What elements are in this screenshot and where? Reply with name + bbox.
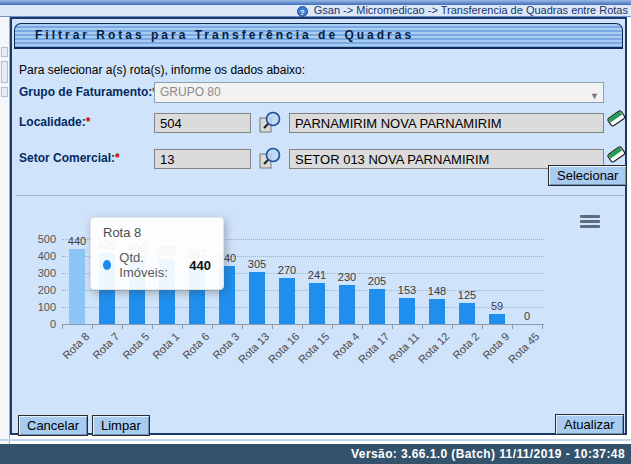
search-icon[interactable] [258,145,284,171]
help-icon[interactable]: ? [297,6,308,17]
cancelar-button[interactable]: Cancelar [18,415,88,436]
chart-menu-icon[interactable] [580,215,600,229]
left-frame-segment [1,47,8,57]
x-axis-tickmark [512,325,513,329]
x-axis-tickmark [272,325,273,329]
tooltip-value: 440 [189,258,211,273]
bar-rota-13[interactable] [249,272,265,324]
localidade-name-field[interactable] [289,113,604,133]
x-axis-tickmark [542,325,543,329]
tooltip-title: Rota 8 [91,218,223,244]
x-axis-tickmark [452,325,453,329]
y-axis-tick: 400 [12,250,56,262]
bar-rota-15[interactable] [309,283,325,324]
selecionar-button[interactable]: Selecionar [548,165,627,186]
required-marker: * [115,151,120,165]
y-axis-tick: 500 [12,233,56,245]
bar-rota-17[interactable] [369,289,385,324]
bar-rota-16[interactable] [279,278,295,324]
x-axis-tickmark [62,325,63,329]
y-axis-tick: 0 [12,318,56,330]
x-axis-tickmark [182,325,183,329]
x-axis-tickmark [242,325,243,329]
x-axis-tickmark [392,325,393,329]
footer-bar: Versão: 3.66.1.0 (Batch) 11/11/2019 - 10… [0,444,631,464]
version-text: Versão: 3.66.1.0 (Batch) 11/11/2019 - 10… [351,447,625,461]
screen: ? Gsan -> Micromedicao -> Transferencia … [0,0,631,464]
x-axis-tickmark [332,325,333,329]
required-marker: * [86,115,91,129]
limpar-button[interactable]: Limpar [92,415,150,436]
x-axis-tickmark [122,325,123,329]
series-dot-icon [103,260,111,270]
breadcrumb-path: Gsan -> Micromedicao -> Transferencia de… [314,4,628,16]
left-frame-segment [1,61,8,83]
bar-rota-11[interactable] [399,298,415,324]
y-axis-tick: 300 [12,267,56,279]
left-frame-edge [0,17,10,464]
breadcrumb: ? Gsan -> Micromedicao -> Transferencia … [297,4,628,17]
bar-rota-12[interactable] [429,299,445,324]
bar-rota-4[interactable] [339,285,355,324]
grupo-faturamento-label: Grupo de Faturamento:* [19,85,157,99]
window-title: Filtrar Rotas para Transferência de Quad… [14,23,623,49]
bar-rota-2[interactable] [459,303,475,324]
form-instruction: Para selecionar a(s) rota(s), informe os… [19,63,305,77]
atualizar-button[interactable]: Atualizar [555,414,624,435]
x-axis-tickmark [302,325,303,329]
x-axis-line [62,324,544,325]
x-axis-tickmark [152,325,153,329]
localidade-label: Localidade:* [19,115,90,129]
bar-value-label: 0 [507,310,547,322]
eraser-icon[interactable] [605,107,627,129]
left-frame-segment [1,87,8,97]
setor-code-input[interactable] [154,149,251,169]
x-axis-tickmark [92,325,93,329]
x-axis-tickmark [482,325,483,329]
eraser-icon[interactable] [605,143,627,165]
footer-separator [0,439,631,441]
tooltip-series-label: Qtd. Imóveis: [119,250,183,280]
filter-window: Filtrar Rotas para Transferência de Quad… [10,17,627,435]
x-axis-tickmark [212,325,213,329]
x-axis-tickmark [422,325,423,329]
grupo-faturamento-value: GRUPO 80 [160,85,221,99]
section-divider [16,195,624,196]
y-axis-tick: 200 [12,284,56,296]
chart-tooltip: Rota 8 Qtd. Imóveis: 440 [90,217,224,290]
localidade-code-input[interactable] [154,113,251,133]
bar-rota-8[interactable] [69,249,85,324]
setor-comercial-label: Setor Comercial:* [19,151,120,165]
chevron-down-icon: ▼ [590,87,599,106]
grupo-faturamento-select[interactable]: GRUPO 80 ▼ [154,82,604,103]
x-axis-tickmark [362,325,363,329]
bar-rota-9[interactable] [489,314,505,324]
y-axis-tick: 100 [12,301,56,313]
search-icon[interactable] [258,109,284,135]
